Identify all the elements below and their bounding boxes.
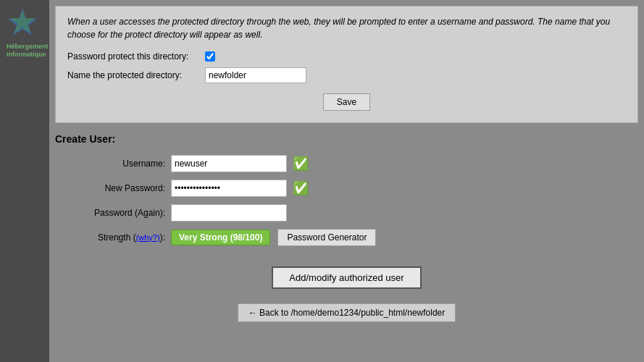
strength-label: Strength ((why?)): [70, 232, 171, 243]
new-password-input[interactable] [171, 180, 287, 197]
username-check-icon: ✅ [293, 156, 309, 172]
password-protect-label: Password protect this directory: [67, 51, 205, 62]
password-check-icon: ✅ [293, 180, 309, 196]
username-row: Username: ✅ [70, 155, 309, 172]
password-protect-row: Password protect this directory: [67, 51, 626, 62]
back-button[interactable]: ← Back to /home/demo1234/public_html/new… [238, 303, 456, 322]
password-again-input[interactable] [171, 204, 287, 222]
info-text: When a user accesses the protected direc… [67, 15, 626, 41]
sidebar: Hébergement Informatique [0, 0, 49, 362]
password-again-label: Password (Again): [70, 208, 171, 218]
add-modify-button[interactable]: Add/modify authorized user [272, 266, 421, 289]
password-generator-button[interactable]: Password Generator [277, 229, 376, 246]
directory-name-input[interactable] [205, 67, 306, 83]
password-protect-checkbox[interactable] [205, 51, 215, 62]
why-link[interactable]: (why?) [136, 233, 160, 242]
username-input[interactable] [171, 155, 287, 172]
section-title: Create User: [55, 133, 638, 145]
new-password-row: New Password: ✅ [70, 180, 309, 197]
user-form: Username: ✅ New Password: ✅ Password (Ag… [55, 155, 638, 253]
save-button[interactable]: Save [323, 93, 370, 111]
logo-text: Hébergement Informatique [7, 43, 43, 59]
password-again-row: Password (Again): [70, 204, 287, 222]
strength-indicator: Very Strong (98/100) [171, 230, 270, 245]
strength-row: Strength ((why?)): Very Strong (98/100) … [70, 229, 376, 246]
logo-star-icon [7, 7, 38, 39]
logo: Hébergement Informatique [7, 7, 43, 51]
new-password-label: New Password: [70, 183, 171, 193]
create-user-section: Create User: Username: ✅ New Password: ✅… [55, 133, 638, 337]
main-content: When a user accesses the protected direc… [49, 0, 644, 362]
directory-name-row: Name the protected directory: [67, 67, 626, 83]
top-panel: When a user accesses the protected direc… [55, 6, 638, 123]
directory-name-label: Name the protected directory: [67, 70, 205, 80]
username-label: Username: [70, 159, 171, 169]
